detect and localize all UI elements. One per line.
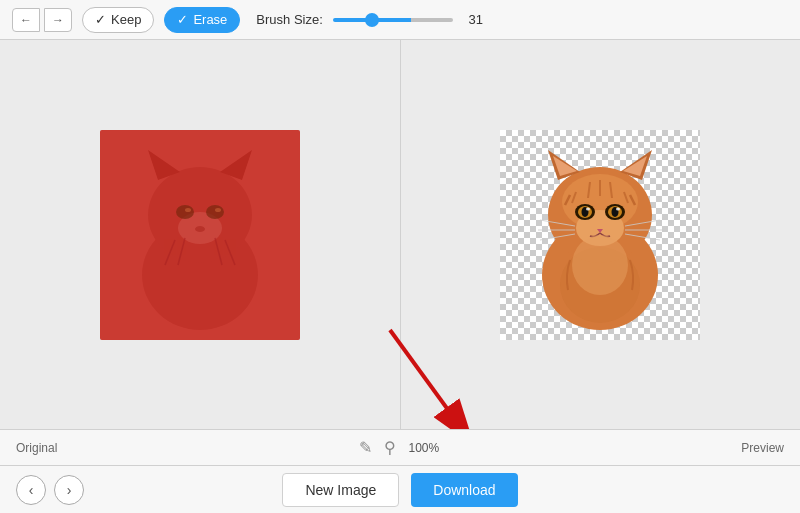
brush-size-label: Brush Size:	[256, 12, 322, 27]
keep-label: Keep	[111, 12, 141, 27]
back-button[interactable]: ←	[12, 8, 40, 32]
new-image-button[interactable]: New Image	[282, 473, 399, 507]
main-canvas-area	[0, 40, 800, 429]
nav-btn-group: ← →	[12, 8, 72, 32]
zoom-icon[interactable]: ⚲	[384, 438, 396, 457]
zoom-level: 100%	[408, 441, 439, 455]
nav-arrows: ‹ ›	[16, 475, 84, 505]
status-bar: Original ✎ ⚲ 100% Preview	[0, 429, 800, 465]
next-image-button[interactable]: ›	[54, 475, 84, 505]
action-bar: ‹ › New Image Download	[0, 465, 800, 513]
keep-check-icon: ✓	[95, 12, 106, 27]
svg-point-37	[586, 207, 590, 210]
svg-rect-11	[100, 130, 300, 340]
original-label: Original	[16, 441, 57, 455]
erase-label: Erase	[193, 12, 227, 27]
hand-tool-icon[interactable]: ✎	[359, 438, 372, 457]
prev-image-button[interactable]: ‹	[16, 475, 46, 505]
status-center: ✎ ⚲ 100%	[57, 438, 741, 457]
forward-button[interactable]: →	[44, 8, 72, 32]
brush-size-slider[interactable]	[333, 18, 453, 22]
preview-panel	[401, 40, 801, 429]
preview-label: Preview	[741, 441, 784, 455]
preview-cat-image[interactable]	[500, 130, 700, 340]
erase-tool-button[interactable]: ✓ Erase	[164, 7, 240, 33]
brush-size-control: 31	[333, 12, 491, 27]
cat-svg-left	[100, 130, 300, 340]
original-cat-image[interactable]	[100, 130, 300, 340]
svg-point-38	[616, 207, 620, 210]
cat-svg-right	[500, 130, 700, 340]
original-panel	[0, 40, 400, 429]
brush-size-value: 31	[461, 12, 491, 27]
toolbar: ← → ✓ Keep ✓ Erase Brush Size: 31	[0, 0, 800, 40]
svg-point-46	[572, 235, 628, 295]
erase-check-icon: ✓	[177, 12, 188, 27]
download-button[interactable]: Download	[411, 473, 517, 507]
keep-tool-button[interactable]: ✓ Keep	[82, 7, 154, 33]
